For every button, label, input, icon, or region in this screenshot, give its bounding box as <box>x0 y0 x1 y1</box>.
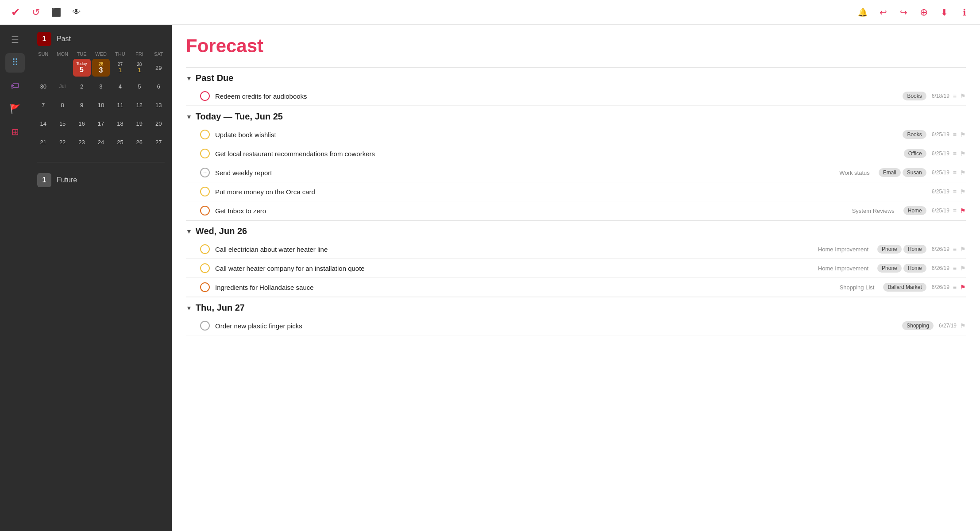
task-row[interactable]: Get local restaurant recommendations fro… <box>186 144 966 163</box>
task-meta: Shopping 6/27/19 ⚑ <box>902 321 966 330</box>
future-section-header[interactable]: 1 Future <box>30 166 172 191</box>
cal-day-6[interactable]: 6 <box>150 77 167 95</box>
sidebar-icon-tag[interactable]: 🏷 <box>5 76 25 96</box>
main-layout: ☰ ⠿ 🏷 🚩 ⊞ 1 Past SUN MON TUE WED T <box>0 25 980 531</box>
cal-day-3[interactable]: 3 <box>92 77 110 95</box>
task-tag[interactable]: Office <box>904 149 926 158</box>
cal-day-5[interactable]: 5 <box>131 77 148 95</box>
flag-icon[interactable]: ⚑ <box>960 131 966 138</box>
cal-day[interactable]: 22 <box>54 133 71 151</box>
cal-day-2[interactable]: 2 <box>73 77 91 95</box>
section-past-due[interactable]: ▼ Past Due <box>186 67 966 87</box>
cal-day-today[interactable]: Today 5 <box>73 59 91 77</box>
cal-day-28[interactable]: 28 1 <box>131 59 148 77</box>
task-row[interactable]: Call water heater company for an install… <box>186 259 966 278</box>
cal-day[interactable]: 7 <box>35 96 52 114</box>
cal-day[interactable]: 17 <box>92 115 110 132</box>
task-tag[interactable]: Susan <box>903 168 926 177</box>
sidebar-icon-flag[interactable]: 🚩 <box>5 99 25 119</box>
cal-day-30[interactable]: 30 <box>35 77 52 95</box>
task-row[interactable]: Call electrician about water heater line… <box>186 240 966 259</box>
add-icon[interactable]: ⊕ <box>917 6 930 19</box>
task-tag[interactable]: Ballard Market <box>883 283 926 292</box>
task-tag[interactable]: Home <box>903 245 926 254</box>
flag-icon[interactable]: ⚑ <box>960 169 966 176</box>
undo-icon[interactable]: ↩ <box>876 6 890 19</box>
cal-day[interactable]: 11 <box>111 96 129 114</box>
cal-day[interactable]: 19 <box>131 115 148 132</box>
past-section-header[interactable]: 1 Past <box>30 25 172 50</box>
flag-icon[interactable]: ⚑ <box>960 284 966 291</box>
task-tag[interactable]: Phone <box>877 245 902 254</box>
cal-day[interactable]: 25 <box>111 133 129 151</box>
sidebar-icon-inbox[interactable]: ☰ <box>5 30 25 50</box>
cal-day[interactable]: 12 <box>131 96 148 114</box>
section-wed-jun26[interactable]: ▼ Wed, Jun 26 <box>186 220 966 240</box>
task-tag[interactable]: Phone <box>877 264 902 273</box>
cal-day-26[interactable]: 26 3 <box>92 59 110 77</box>
note-icon: ≡ <box>953 265 957 272</box>
task-tag[interactable]: Books <box>903 92 926 100</box>
task-tag[interactable]: Home <box>903 264 926 273</box>
cal-day[interactable] <box>54 59 71 77</box>
flag-icon[interactable]: ⚑ <box>960 207 966 214</box>
task-date: 6/27/19 <box>939 323 957 329</box>
settings-icon[interactable]: 🔔 <box>856 6 869 19</box>
cal-day[interactable]: 13 <box>150 96 167 114</box>
cal-day-29[interactable]: 29 <box>150 59 167 77</box>
cal-day[interactable]: 18 <box>111 115 129 132</box>
task-tag[interactable]: Email <box>879 168 901 177</box>
cal-day[interactable]: 23 <box>73 133 91 151</box>
check-icon[interactable]: ✔ <box>9 6 22 19</box>
note-icon: ≡ <box>953 246 957 253</box>
sync-icon[interactable]: ↺ <box>29 6 42 19</box>
note-icon: ≡ <box>953 284 957 291</box>
section-today[interactable]: ▼ Today — Tue, Jun 25 <box>186 106 966 125</box>
cal-day[interactable]: 15 <box>54 115 71 132</box>
sidebar-icon-dots[interactable]: ⠿ <box>5 53 25 73</box>
cal-day[interactable]: 9 <box>73 96 91 114</box>
task-row[interactable]: Put more money on the Orca card 6/25/19 … <box>186 182 966 201</box>
task-date: 6/26/19 <box>932 284 949 290</box>
info-icon[interactable]: ℹ <box>958 6 971 19</box>
section-thu-jun27[interactable]: ▼ Thu, Jun 27 <box>186 297 966 316</box>
review-icon[interactable]: 👁 <box>70 6 83 19</box>
cal-day[interactable]: 8 <box>54 96 71 114</box>
task-row[interactable]: Redeem credits for audiobooks Books 6/18… <box>186 87 966 106</box>
cal-day[interactable]: 21 <box>35 133 52 151</box>
task-tag[interactable]: Books <box>903 130 926 139</box>
cal-day[interactable]: 14 <box>35 115 52 132</box>
task-meta: Email Susan 6/25/19 ≡ ⚑ <box>879 168 966 177</box>
task-meta: Office 6/25/19 ≡ ⚑ <box>904 149 966 158</box>
flag-icon[interactable]: ⚑ <box>960 322 966 329</box>
task-row[interactable]: Update book wishlist Books 6/25/19 ≡ ⚑ <box>186 125 966 144</box>
task-date: 6/26/19 <box>932 246 949 252</box>
cal-day[interactable]: 26 <box>131 133 148 151</box>
task-tag[interactable]: Home <box>903 206 926 215</box>
flag-icon[interactable]: ⚑ <box>960 188 966 195</box>
flag-icon[interactable]: ⚑ <box>960 92 966 100</box>
capture-icon[interactable]: ⬛ <box>50 6 63 19</box>
cal-day[interactable] <box>35 59 52 77</box>
task-tag[interactable]: Shopping <box>902 321 934 330</box>
task-row[interactable]: Order new plastic finger picks Shopping … <box>186 316 966 335</box>
cal-day[interactable]: 27 <box>150 133 167 151</box>
cal-day[interactable]: 20 <box>150 115 167 132</box>
flag-icon[interactable]: ⚑ <box>960 246 966 253</box>
flag-icon[interactable]: ⚑ <box>960 265 966 272</box>
cal-day-27[interactable]: 27 1 <box>111 59 129 77</box>
cal-day[interactable]: 24 <box>92 133 110 151</box>
cal-day[interactable]: 16 <box>73 115 91 132</box>
cal-day[interactable]: 10 <box>92 96 110 114</box>
cal-day-4[interactable]: 4 <box>111 77 129 95</box>
download-icon[interactable]: ⬇ <box>938 6 951 19</box>
task-row[interactable]: Ingredients for Hollandaise sauce Shoppi… <box>186 278 966 297</box>
sidebar-icon-grid[interactable]: ⊞ <box>5 122 25 142</box>
section-label-wed: Wed, Jun 26 <box>196 226 247 236</box>
flag-icon[interactable]: ⚑ <box>960 150 966 157</box>
task-name: Update book wishlist <box>215 131 897 139</box>
task-row[interactable]: Get Inbox to zero System Reviews Home 6/… <box>186 201 966 220</box>
section-label-today: Today — Tue, Jun 25 <box>196 112 283 122</box>
redo-icon[interactable]: ↪ <box>897 6 910 19</box>
task-row[interactable]: ··· Send weekly report Work status Email… <box>186 163 966 182</box>
